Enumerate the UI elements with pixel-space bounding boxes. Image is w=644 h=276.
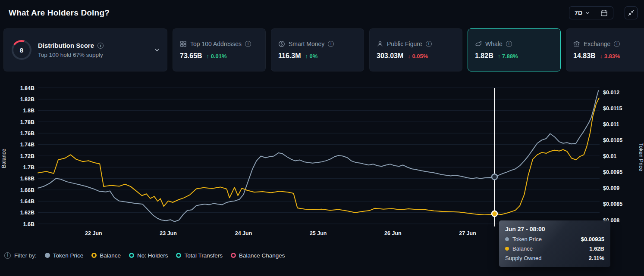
svg-text:1.6B: 1.6B: [23, 221, 35, 227]
stat-label: Whale: [485, 40, 503, 47]
filter-bar: i Filter by: Token PriceBalanceNo: Holde…: [4, 249, 285, 261]
tooltip-row-label: Balance: [512, 245, 533, 252]
stat-value: 73.65B: [180, 52, 202, 60]
svg-text:$0.011: $0.011: [603, 121, 619, 127]
svg-text:1.84B: 1.84B: [20, 85, 35, 91]
svg-text:26 Jun: 26 Jun: [384, 230, 402, 236]
card-smart-money[interactable]: Smart Moneyi116.3M↑ 0%: [271, 28, 364, 71]
card-exchange[interactable]: Exchangei14.83B↓ 3.83%: [566, 28, 644, 71]
holder-category-cards: 8 Distribution Score i Top 100 hold 67% …: [3, 28, 644, 71]
svg-text:Balance: Balance: [1, 149, 7, 168]
svg-text:1.82B: 1.82B: [20, 96, 35, 102]
calendar-button[interactable]: [595, 7, 613, 19]
svg-text:1.74B: 1.74B: [20, 142, 35, 148]
filter-option-balance[interactable]: Balance: [91, 252, 121, 259]
filter-option-token-price[interactable]: Token Price: [45, 252, 84, 259]
svg-text:Token Price: Token Price: [638, 143, 644, 171]
series-dot: [505, 247, 509, 251]
collapse-button[interactable]: [625, 6, 638, 19]
filter-option-label: Total Transfers: [184, 252, 223, 259]
card-public-figure[interactable]: Public Figurei303.03M↓ 0.05%: [369, 28, 462, 71]
chevron-down-icon[interactable]: [154, 47, 160, 53]
card-distribution-score[interactable]: 8 Distribution Score i Top 100 hold 67% …: [3, 28, 167, 71]
distribution-score-text: Distribution Score i Top 100 hold 67% su…: [38, 42, 104, 58]
svg-text:$0.0105: $0.0105: [603, 137, 622, 143]
collapse-icon: [628, 9, 635, 16]
filter-by-label: Filter by:: [14, 252, 37, 259]
stat-label: Smart Money: [289, 40, 324, 47]
svg-text:25 Jun: 25 Jun: [310, 230, 327, 236]
svg-text:23 Jun: 23 Jun: [160, 230, 177, 236]
tooltip-row: Token Price$0.00935: [505, 236, 604, 242]
stat-label: Top 100 Addresses: [190, 40, 242, 47]
info-icon[interactable]: i: [245, 41, 251, 47]
svg-text:1.78B: 1.78B: [20, 119, 35, 125]
tooltip-row: Balance1.62B: [505, 245, 604, 252]
svg-text:$0.009: $0.009: [603, 185, 619, 191]
filter-option-no-holders[interactable]: No: Holders: [129, 252, 168, 259]
bank-icon: [573, 40, 580, 47]
header-controls: 7D: [569, 6, 638, 19]
tooltip-title: Jun 27 - 08:00: [505, 226, 604, 233]
stat-change: ↑ 0%: [305, 53, 317, 59]
filter-option-label: Balance Changes: [239, 252, 285, 259]
holders-panel: What Are Holders Doing? 7D: [0, 0, 644, 276]
coin-icon: [278, 40, 285, 47]
distribution-score-value: 8: [13, 42, 30, 58]
stat-value: 14.83B: [573, 52, 596, 60]
info-icon[interactable]: i: [4, 252, 11, 259]
tooltip-row-value: 1.62B: [589, 245, 604, 252]
distribution-score-subtitle: Top 100 hold 67% supply: [38, 52, 104, 58]
info-icon[interactable]: i: [506, 41, 512, 47]
tooltip-row-label: Token Price: [512, 236, 542, 242]
filter-option-marker: [129, 253, 134, 258]
stat-label: Exchange: [584, 40, 610, 47]
stat-value: 1.82B: [475, 52, 493, 60]
tooltip-row-value: $0.00935: [581, 236, 604, 242]
stat-change: ↓ 3.83%: [600, 53, 620, 59]
whale-icon: [475, 40, 482, 47]
info-icon[interactable]: i: [614, 41, 620, 47]
page-title: What Are Holders Doing?: [9, 8, 110, 18]
grid-icon: [180, 40, 187, 47]
stat-cards: Top 100 Addressesi73.65B↑ 0.01%Smart Mon…: [173, 28, 644, 71]
tooltip-row-value: 2.11%: [589, 255, 604, 261]
stat-change: ↑ 0.01%: [207, 53, 227, 59]
filter-option-total-transfers[interactable]: Total Transfers: [176, 252, 223, 259]
info-icon[interactable]: i: [97, 43, 104, 49]
filter-option-balance-changes[interactable]: Balance Changes: [231, 252, 285, 259]
svg-text:$0.0095: $0.0095: [603, 169, 622, 175]
card-whale[interactable]: Whalei1.82B↑ 7.88%: [468, 28, 561, 71]
filter-option-marker: [45, 253, 50, 258]
svg-text:$0.012: $0.012: [603, 90, 619, 96]
filter-option-label: Token Price: [53, 252, 84, 259]
person-icon: [377, 40, 383, 47]
svg-text:1.62B: 1.62B: [20, 210, 35, 216]
info-icon[interactable]: i: [426, 41, 432, 47]
filter-options: Token PriceBalanceNo: HoldersTotal Trans…: [45, 252, 285, 259]
stat-change: ↑ 7.88%: [498, 53, 518, 59]
filter-label-group: i Filter by:: [4, 252, 37, 259]
svg-text:1.7B: 1.7B: [23, 164, 35, 171]
card-top100[interactable]: Top 100 Addressesi73.65B↑ 0.01%: [173, 28, 266, 71]
filter-option-marker: [91, 253, 97, 258]
svg-text:$0.0115: $0.0115: [603, 105, 622, 112]
stat-label: Public Figure: [387, 40, 422, 47]
tooltip-rows: Token Price$0.00935Balance1.62BSupply Ow…: [505, 236, 604, 261]
range-select-button[interactable]: 7D: [569, 7, 595, 19]
svg-text:1.68B: 1.68B: [20, 176, 35, 182]
info-icon[interactable]: i: [328, 41, 334, 47]
series-dot: [505, 237, 509, 241]
tooltip-row: Supply Owned2.11%: [505, 255, 604, 261]
filter-option-marker: [231, 253, 236, 258]
date-range-control: 7D: [569, 6, 613, 19]
distribution-score-gauge: 8: [12, 40, 31, 60]
svg-text:22 Jun: 22 Jun: [85, 230, 102, 236]
svg-text:24 Jun: 24 Jun: [235, 230, 252, 236]
filter-option-label: No: Holders: [137, 252, 168, 259]
svg-text:1.72B: 1.72B: [20, 153, 35, 159]
svg-text:1.76B: 1.76B: [20, 130, 35, 136]
filter-option-label: Balance: [100, 252, 121, 259]
chart-tooltip: Jun 27 - 08:00 Token Price$0.00935Balanc…: [499, 220, 610, 267]
panel-header: What Are Holders Doing? 7D: [0, 0, 644, 26]
